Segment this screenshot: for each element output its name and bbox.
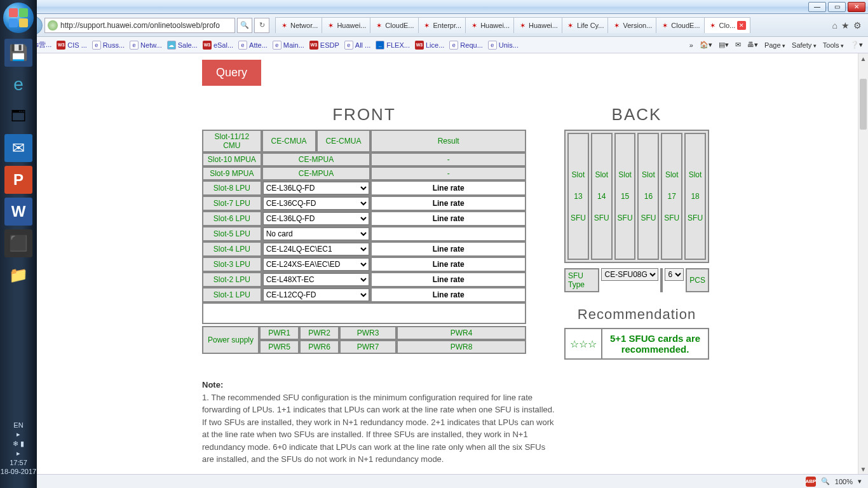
slot-result: Line rate xyxy=(370,241,526,257)
recommendation: Recommendation ☆☆☆ 5+1 SFUG cards are re… xyxy=(564,306,709,360)
tray-icon[interactable]: ❄ xyxy=(13,440,18,447)
fav-link[interactable]: ☁Sale... xyxy=(167,41,198,50)
window-titlebar xyxy=(0,0,868,14)
tab-9[interactable]: ✶Clo...✕ xyxy=(704,17,751,33)
tray-chevron-icon[interactable]: ▸ xyxy=(1,430,36,438)
fav-link[interactable]: eRuss... xyxy=(92,41,125,50)
lpu-select-7[interactable]: CE-L36CQ-FD xyxy=(263,197,370,210)
rating-stars: ☆☆☆ xyxy=(566,329,602,358)
battery-icon[interactable]: ▮ xyxy=(20,440,24,447)
scroll-up-icon[interactable]: ▲ xyxy=(858,53,868,64)
slot-result: Line rate xyxy=(370,180,526,196)
taskbar-ie-icon[interactable]: e xyxy=(4,71,32,98)
tab-1[interactable]: ✶Huawei... xyxy=(322,17,370,33)
sfu-qty-select[interactable]: 6 xyxy=(665,268,684,281)
window-min-button[interactable] xyxy=(808,2,826,12)
tab-0[interactable]: ✶Networ... xyxy=(275,17,322,33)
tab-5[interactable]: ✶Huawei... xyxy=(513,17,562,33)
rss-icon[interactable]: ▤▾ xyxy=(719,41,729,49)
fav-link[interactable]: eMain... xyxy=(273,41,304,50)
tab-2[interactable]: ✶CloudE... xyxy=(370,17,418,33)
huawei-icon: ✶ xyxy=(374,21,383,30)
window-close-button[interactable] xyxy=(848,2,865,12)
taskbar-outlook-icon[interactable]: ✉ xyxy=(4,134,32,162)
print-icon[interactable]: 🖶▾ xyxy=(747,41,758,49)
back-panel: BACK Slot13SFU Slot14SFU Slot15SFU Slot1… xyxy=(564,105,709,360)
pwr-cell: PWR1 xyxy=(259,326,299,340)
zoom-icon[interactable]: 🔍 xyxy=(821,477,830,485)
mail-icon[interactable]: ✉ xyxy=(735,41,741,49)
huawei-icon: ✶ xyxy=(470,21,478,30)
slot-result: Line rate xyxy=(370,257,526,272)
fav-link[interactable]: eRequ... xyxy=(449,41,482,50)
front-header: FRONT xyxy=(202,105,526,125)
slot-label: Slot-11/12 CMU xyxy=(202,130,262,152)
clock-time[interactable]: 17:57 xyxy=(1,459,36,466)
zoom-dropdown-icon[interactable]: ▾ xyxy=(858,477,862,485)
fav-link[interactable]: W3ESDP xyxy=(309,41,339,50)
fav-link[interactable]: W3Lice... xyxy=(415,41,444,50)
fav-link[interactable]: eUnis... xyxy=(488,41,519,50)
lpu-select-1[interactable]: CE-L12CQ-FD xyxy=(263,288,370,301)
slot-result xyxy=(370,226,526,241)
tools-menu[interactable]: Tools xyxy=(823,41,844,49)
lpu-select-6[interactable]: CE-L36LQ-FD xyxy=(263,212,370,225)
refresh-button[interactable]: ↻ xyxy=(254,18,269,33)
favorites-bar: 👁 hoss营... W3CIS ... eRuss... eNetw... ☁… xyxy=(0,37,868,53)
fav-link[interactable]: eAll ... xyxy=(344,41,370,50)
lpu-select-4[interactable]: CE-L24LQ-EC\EC1 xyxy=(263,243,370,255)
fav-link[interactable]: eNetw... xyxy=(130,41,162,50)
tab-8[interactable]: ✶CloudE... xyxy=(656,17,704,33)
slot-result: - xyxy=(370,166,526,180)
slot-result: - xyxy=(370,152,526,166)
taskbar-powerpoint-icon[interactable]: P xyxy=(4,166,32,194)
scroll-down-icon[interactable]: ▼ xyxy=(858,464,868,474)
chevrons-icon[interactable]: » xyxy=(689,41,693,49)
help-icon[interactable]: ❔▾ xyxy=(850,41,863,49)
query-button[interactable]: Query xyxy=(202,60,261,86)
lang-indicator[interactable]: EN xyxy=(1,421,36,429)
taskbar-adobe-icon[interactable]: ⬛ xyxy=(4,229,32,257)
fav-link[interactable]: W3eSal... xyxy=(203,41,233,50)
tab-4[interactable]: ✶Huawei... xyxy=(465,17,514,33)
favorites-icon[interactable]: ★ xyxy=(841,20,850,30)
lpu-select-5[interactable]: No card xyxy=(263,227,370,240)
home-icon[interactable]: ⌂ xyxy=(832,20,837,30)
close-tab-icon[interactable]: ✕ xyxy=(737,21,746,30)
tray-chevron-icon[interactable]: ▸ xyxy=(1,449,36,458)
huawei-icon: ✶ xyxy=(660,21,669,30)
note-section: Note: 1. The recommended SFU configurati… xyxy=(202,379,558,466)
tab-3[interactable]: ✶Enterpr... xyxy=(418,17,466,33)
abp-icon[interactable]: ABP xyxy=(806,477,816,487)
taskbar-word-icon[interactable]: W xyxy=(4,198,32,226)
fav-link[interactable]: eAtte... xyxy=(238,41,268,50)
taskbar-app-icon[interactable]: 🗔 xyxy=(4,102,32,130)
lpu-select-8[interactable]: CE-L36LQ-FD xyxy=(263,182,370,194)
start-button[interactable] xyxy=(3,3,34,33)
result-header: Result xyxy=(370,130,526,152)
sfu-type-select[interactable]: CE-SFU08G xyxy=(601,268,658,281)
window-max-button[interactable] xyxy=(828,2,846,12)
slot-label: Slot-6 LPU xyxy=(202,211,262,226)
search-button[interactable]: 🔍 xyxy=(237,18,252,33)
scroll-thumb[interactable] xyxy=(860,79,867,130)
lpu-select-2[interactable]: CE-L48XT-EC xyxy=(263,273,370,286)
taskbar-explorer-icon[interactable]: 📁 xyxy=(4,261,32,289)
page-menu[interactable]: Page xyxy=(764,41,785,49)
safety-menu[interactable]: Safety xyxy=(792,41,817,49)
zoom-level[interactable]: 100% xyxy=(835,478,853,485)
vertical-scrollbar[interactable]: ▲ ▼ xyxy=(858,53,868,474)
fav-link[interactable]: ..FLEX... xyxy=(376,41,410,50)
tab-6[interactable]: ✶Life Cy... xyxy=(562,17,609,33)
home-dropdown-icon[interactable]: 🏠▾ xyxy=(700,41,712,49)
tools-gear-icon[interactable]: ⚙ xyxy=(853,20,862,30)
address-bar[interactable]: http://support.huawei.com/onlinetoolsweb… xyxy=(44,18,235,33)
fav-link[interactable]: W3CIS ... xyxy=(57,41,87,50)
taskbar-save-icon[interactable]: 💾 xyxy=(4,39,32,67)
lpu-select-3[interactable]: CE-L24XS-EA\EC\ED xyxy=(263,258,370,271)
tab-7[interactable]: ✶Version... xyxy=(607,17,656,33)
slot-result: Line rate xyxy=(370,287,526,302)
slot-label: Slot-3 LPU xyxy=(202,257,262,272)
system-tray: EN ▸ ❄ ▮ ▸ 17:57 18-09-2017 xyxy=(1,420,36,488)
note-body: 1. The recommended SFU configuration is … xyxy=(202,393,555,464)
